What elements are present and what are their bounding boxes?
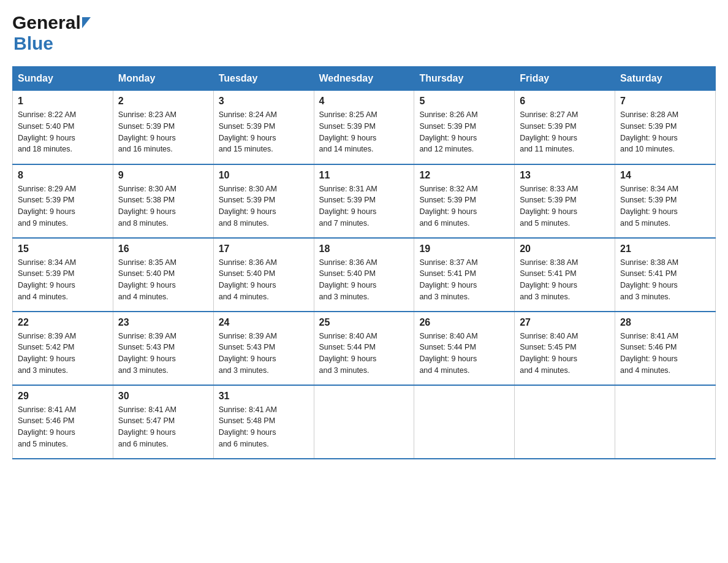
- col-friday: Friday: [515, 67, 615, 91]
- day-info: Sunrise: 8:41 AMSunset: 5:48 PMDaylight:…: [219, 404, 309, 450]
- day-number: 16: [118, 243, 208, 255]
- calendar-cell: 8Sunrise: 8:29 AMSunset: 5:39 PMDaylight…: [13, 164, 113, 238]
- day-info: Sunrise: 8:30 AMSunset: 5:39 PMDaylight:…: [219, 183, 309, 229]
- calendar-cell: 2Sunrise: 8:23 AMSunset: 5:39 PMDaylight…: [113, 91, 213, 164]
- day-info: Sunrise: 8:40 AMSunset: 5:44 PMDaylight:…: [419, 331, 509, 377]
- day-info: Sunrise: 8:24 AMSunset: 5:39 PMDaylight:…: [219, 109, 309, 155]
- day-number: 7: [620, 96, 710, 107]
- day-info: Sunrise: 8:33 AMSunset: 5:39 PMDaylight:…: [520, 183, 610, 229]
- logo-blue: Blue: [13, 33, 53, 54]
- calendar-cell: 11Sunrise: 8:31 AMSunset: 5:39 PMDayligh…: [314, 164, 414, 238]
- day-number: 6: [520, 96, 610, 107]
- day-info: Sunrise: 8:35 AMSunset: 5:40 PMDaylight:…: [118, 257, 208, 303]
- day-number: 18: [319, 243, 409, 255]
- day-info: Sunrise: 8:38 AMSunset: 5:41 PMDaylight:…: [620, 257, 710, 303]
- day-number: 25: [319, 317, 409, 328]
- day-info: Sunrise: 8:27 AMSunset: 5:39 PMDaylight:…: [520, 109, 610, 155]
- calendar-week-row: 22Sunrise: 8:39 AMSunset: 5:42 PMDayligh…: [13, 312, 716, 385]
- calendar-cell: [314, 385, 414, 459]
- calendar-cell: [615, 385, 716, 459]
- calendar-cell: 29Sunrise: 8:41 AMSunset: 5:46 PMDayligh…: [13, 385, 113, 459]
- day-info: Sunrise: 8:40 AMSunset: 5:44 PMDaylight:…: [319, 331, 409, 377]
- page-header: General Blue: [12, 12, 716, 54]
- day-number: 30: [118, 391, 208, 402]
- day-info: Sunrise: 8:39 AMSunset: 5:43 PMDaylight:…: [118, 331, 208, 377]
- calendar-cell: 19Sunrise: 8:37 AMSunset: 5:41 PMDayligh…: [414, 238, 515, 312]
- day-info: Sunrise: 8:41 AMSunset: 5:47 PMDaylight:…: [118, 404, 208, 450]
- day-number: 8: [18, 170, 108, 181]
- calendar-cell: 7Sunrise: 8:28 AMSunset: 5:39 PMDaylight…: [615, 91, 716, 164]
- calendar-cell: 28Sunrise: 8:41 AMSunset: 5:46 PMDayligh…: [615, 312, 716, 385]
- day-number: 9: [118, 170, 208, 181]
- calendar-cell: 5Sunrise: 8:26 AMSunset: 5:39 PMDaylight…: [414, 91, 515, 164]
- calendar-cell: 13Sunrise: 8:33 AMSunset: 5:39 PMDayligh…: [515, 164, 615, 238]
- day-number: 23: [118, 317, 208, 328]
- day-info: Sunrise: 8:25 AMSunset: 5:39 PMDaylight:…: [319, 109, 409, 155]
- day-number: 4: [319, 96, 409, 107]
- day-info: Sunrise: 8:26 AMSunset: 5:39 PMDaylight:…: [419, 109, 509, 155]
- day-info: Sunrise: 8:41 AMSunset: 5:46 PMDaylight:…: [620, 331, 710, 377]
- calendar-cell: 27Sunrise: 8:40 AMSunset: 5:45 PMDayligh…: [515, 312, 615, 385]
- calendar-cell: 16Sunrise: 8:35 AMSunset: 5:40 PMDayligh…: [113, 238, 213, 312]
- calendar-cell: 17Sunrise: 8:36 AMSunset: 5:40 PMDayligh…: [213, 238, 314, 312]
- calendar-cell: 26Sunrise: 8:40 AMSunset: 5:44 PMDayligh…: [414, 312, 515, 385]
- day-number: 21: [620, 243, 710, 255]
- day-number: 27: [520, 317, 610, 328]
- col-sunday: Sunday: [13, 67, 113, 91]
- day-info: Sunrise: 8:36 AMSunset: 5:40 PMDaylight:…: [219, 257, 309, 303]
- calendar-cell: 21Sunrise: 8:38 AMSunset: 5:41 PMDayligh…: [615, 238, 716, 312]
- calendar-header-row: Sunday Monday Tuesday Wednesday Thursday…: [13, 67, 716, 91]
- day-number: 17: [219, 243, 309, 255]
- day-info: Sunrise: 8:28 AMSunset: 5:39 PMDaylight:…: [620, 109, 710, 155]
- calendar-week-row: 15Sunrise: 8:34 AMSunset: 5:39 PMDayligh…: [13, 238, 716, 312]
- calendar-cell: 20Sunrise: 8:38 AMSunset: 5:41 PMDayligh…: [515, 238, 615, 312]
- logo: General Blue: [12, 12, 91, 54]
- calendar-cell: 10Sunrise: 8:30 AMSunset: 5:39 PMDayligh…: [213, 164, 314, 238]
- day-info: Sunrise: 8:39 AMSunset: 5:42 PMDaylight:…: [18, 331, 108, 377]
- calendar-cell: 3Sunrise: 8:24 AMSunset: 5:39 PMDaylight…: [213, 91, 314, 164]
- day-info: Sunrise: 8:38 AMSunset: 5:41 PMDaylight:…: [520, 257, 610, 303]
- calendar-cell: 24Sunrise: 8:39 AMSunset: 5:43 PMDayligh…: [213, 312, 314, 385]
- calendar-week-row: 8Sunrise: 8:29 AMSunset: 5:39 PMDaylight…: [13, 164, 716, 238]
- calendar-cell: 15Sunrise: 8:34 AMSunset: 5:39 PMDayligh…: [13, 238, 113, 312]
- calendar-cell: 14Sunrise: 8:34 AMSunset: 5:39 PMDayligh…: [615, 164, 716, 238]
- day-info: Sunrise: 8:22 AMSunset: 5:40 PMDaylight:…: [18, 109, 108, 155]
- col-thursday: Thursday: [414, 67, 515, 91]
- calendar-cell: 12Sunrise: 8:32 AMSunset: 5:39 PMDayligh…: [414, 164, 515, 238]
- day-info: Sunrise: 8:31 AMSunset: 5:39 PMDaylight:…: [319, 183, 409, 229]
- day-info: Sunrise: 8:40 AMSunset: 5:45 PMDaylight:…: [520, 331, 610, 377]
- day-info: Sunrise: 8:39 AMSunset: 5:43 PMDaylight:…: [219, 331, 309, 377]
- day-info: Sunrise: 8:23 AMSunset: 5:39 PMDaylight:…: [118, 109, 208, 155]
- day-number: 1: [18, 96, 108, 107]
- calendar-cell: 30Sunrise: 8:41 AMSunset: 5:47 PMDayligh…: [113, 385, 213, 459]
- calendar-cell: [515, 385, 615, 459]
- day-info: Sunrise: 8:32 AMSunset: 5:39 PMDaylight:…: [419, 183, 509, 229]
- day-number: 20: [520, 243, 610, 255]
- day-info: Sunrise: 8:34 AMSunset: 5:39 PMDaylight:…: [18, 257, 108, 303]
- day-number: 11: [319, 170, 409, 181]
- day-number: 10: [219, 170, 309, 181]
- day-info: Sunrise: 8:37 AMSunset: 5:41 PMDaylight:…: [419, 257, 509, 303]
- day-number: 14: [620, 170, 710, 181]
- calendar-cell: 4Sunrise: 8:25 AMSunset: 5:39 PMDaylight…: [314, 91, 414, 164]
- day-info: Sunrise: 8:41 AMSunset: 5:46 PMDaylight:…: [18, 404, 108, 450]
- calendar-cell: 6Sunrise: 8:27 AMSunset: 5:39 PMDaylight…: [515, 91, 615, 164]
- day-info: Sunrise: 8:30 AMSunset: 5:38 PMDaylight:…: [118, 183, 208, 229]
- col-saturday: Saturday: [615, 67, 716, 91]
- day-number: 29: [18, 391, 108, 402]
- col-wednesday: Wednesday: [314, 67, 414, 91]
- calendar-cell: 9Sunrise: 8:30 AMSunset: 5:38 PMDaylight…: [113, 164, 213, 238]
- day-number: 24: [219, 317, 309, 328]
- day-number: 28: [620, 317, 710, 328]
- col-monday: Monday: [113, 67, 213, 91]
- logo-general: General: [12, 12, 81, 33]
- day-number: 15: [18, 243, 108, 255]
- day-info: Sunrise: 8:36 AMSunset: 5:40 PMDaylight:…: [319, 257, 409, 303]
- calendar-cell: 18Sunrise: 8:36 AMSunset: 5:40 PMDayligh…: [314, 238, 414, 312]
- calendar-cell: 22Sunrise: 8:39 AMSunset: 5:42 PMDayligh…: [13, 312, 113, 385]
- calendar-week-row: 29Sunrise: 8:41 AMSunset: 5:46 PMDayligh…: [13, 385, 716, 459]
- day-number: 26: [419, 317, 509, 328]
- day-number: 3: [219, 96, 309, 107]
- day-number: 12: [419, 170, 509, 181]
- logo-arrow-icon: [82, 17, 91, 28]
